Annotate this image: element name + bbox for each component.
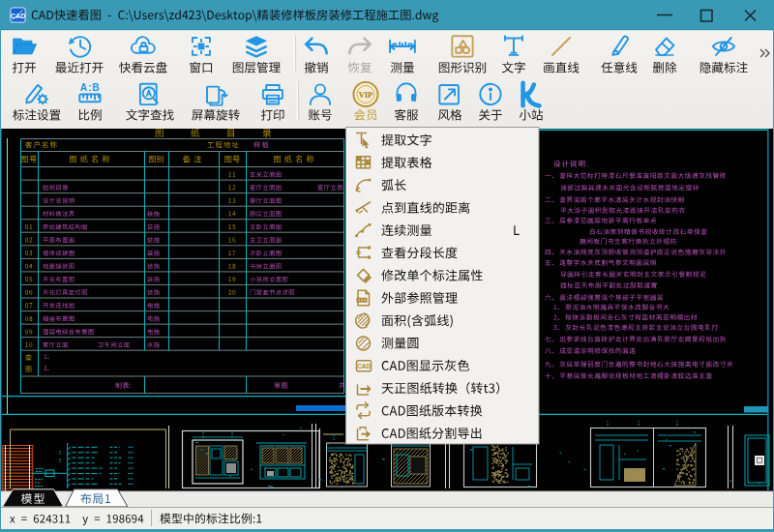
svg-text:CAD: CAD	[357, 363, 371, 369]
svg-text:CAD: CAD	[11, 12, 26, 20]
svg-text:B: B	[92, 82, 99, 93]
svg-text:VIP: VIP	[359, 91, 372, 100]
svg-text::: :	[88, 82, 91, 93]
svg-text:A: A	[80, 82, 88, 93]
